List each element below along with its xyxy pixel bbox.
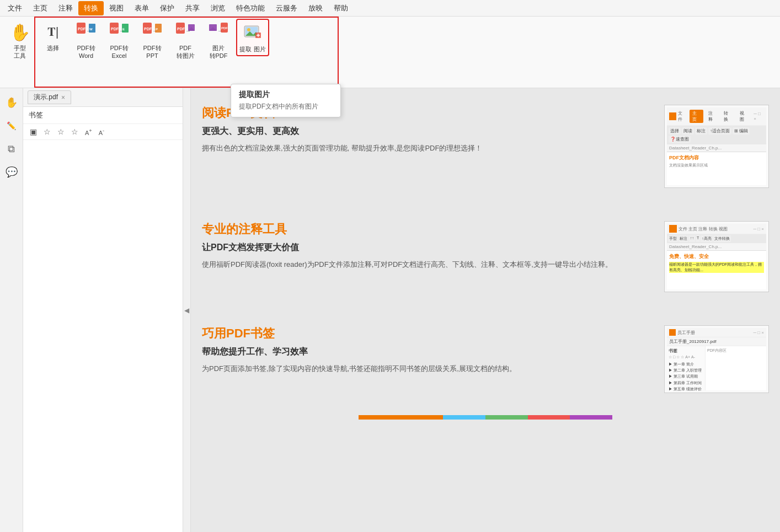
pdf-to-excel-label: PDF转Excel [110, 44, 129, 60]
menu-table[interactable]: 表单 [129, 1, 154, 15]
image-to-pdf-button[interactable]: → PDF 图片转PDF [203, 19, 234, 62]
pdf-to-ppt-button[interactable]: PDF → P PDF转PPT [137, 19, 168, 62]
pdf-to-word-icon: PDF → W [75, 21, 97, 43]
menu-slideshow[interactable]: 放映 [303, 1, 328, 15]
extract-images-icon [242, 22, 264, 44]
tooltip-title: 提取图片 [239, 90, 333, 100]
panel-collapse-btn[interactable]: ◀ [183, 88, 191, 532]
svg-point-27 [247, 28, 250, 31]
pdf-to-word-button[interactable]: PDF → W PDF转Word [71, 19, 101, 62]
thumb1-active-tab: 主页 [690, 110, 703, 123]
app-container: 文件 主页 注释 转换 视图 表单 保护 共享 浏览 特色功能 云服务 放映 帮… [0, 0, 780, 532]
section3-subtitle: 帮助您提升工作、学习效率 [202, 346, 653, 358]
hand-tool-button[interactable]: ✋ 手型工具 [4, 19, 35, 62]
bookmarks-panel: 演示.pdf × 书签 ▣ ☆ ☆ ☆ A+ A- [23, 88, 183, 532]
sidebar-edit-icon[interactable]: ✏️ [2, 116, 22, 136]
panel-tb-icon3[interactable]: ☆ [55, 126, 67, 137]
section3-title: 巧用PDF书签 [202, 325, 653, 342]
thumb2-body: 福昕阅读器是一款功能强大的PDF阅读和批注工具，拥有高亮、划线功能... [669, 262, 764, 273]
section2-thumb: 文件 主页 注释 转换 视图 ─ □ × 手型 标注 ↑↑ T ↑高亮 文件转换… [664, 221, 769, 292]
menu-cloud[interactable]: 云服务 [270, 1, 303, 15]
pdf-to-image-icon: PDF → [174, 21, 196, 43]
extract-images-button[interactable]: 提取 图片 [236, 19, 269, 56]
section2-body: 使用福昕PDF阅读器(foxit reader)为PDF文件添加注释,可对PDF… [202, 258, 653, 271]
menu-annotation[interactable]: 注释 [53, 1, 78, 15]
section1-subtitle: 更强大、更实用、更高效 [202, 126, 653, 137]
menu-special[interactable]: 特色功能 [231, 1, 270, 15]
panel-tab-bar: 演示.pdf × [23, 88, 183, 107]
pdf-to-excel-button[interactable]: PDF → E PDF转Excel [104, 19, 135, 62]
main-pdf-area[interactable]: 阅读PDF文档 更强大、更实用、更高效 拥有出色的文档渲染效果,强大的页面管理功… [191, 88, 780, 532]
menu-convert[interactable]: 转换 [78, 1, 104, 15]
pdf-to-image-label: PDF转图片 [177, 44, 195, 60]
menu-protect[interactable]: 保护 [154, 1, 180, 15]
section2-title: 专业的注释工具 [202, 221, 653, 238]
pdf-to-word-label: PDF转Word [77, 44, 95, 60]
pdf-to-excel-icon: PDF → E [108, 21, 130, 43]
select-icon: 𝐓| [42, 21, 64, 43]
thumb1-tab: Datasheet_Reader_Ch.p... [667, 144, 766, 152]
left-sidebar: ✋ ✏️ ⧉ 💬 [0, 88, 23, 532]
extract-images-tooltip: 提取图片 提取PDF文档中的所有图片 [231, 84, 341, 117]
menu-share[interactable]: 共享 [180, 1, 205, 15]
hand-tool-icon: ✋ [9, 21, 31, 43]
tooltip-desc: 提取PDF文档中的所有图片 [239, 102, 333, 111]
sidebar-copy-icon[interactable]: ⧉ [2, 139, 22, 159]
svg-text:PDF: PDF [177, 27, 185, 31]
section3-body: 为PDF页面添加书签,除了实现内容的快速导航,书签还能指明不同书签的层级关系,展… [202, 362, 653, 375]
svg-text:W: W [89, 28, 93, 31]
hand-tool-label: 手型工具 [14, 44, 26, 60]
image-to-pdf-icon: → PDF [207, 21, 229, 43]
panel-toolbar: ▣ ☆ ☆ ☆ A+ A- [23, 124, 183, 140]
bookmarks-label: 书签 [23, 107, 183, 124]
menu-help[interactable]: 帮助 [328, 1, 354, 15]
menu-view[interactable]: 视图 [104, 1, 129, 15]
panel-tb-icon1[interactable]: ▣ [28, 126, 39, 137]
sidebar-hand-icon[interactable]: ✋ [2, 93, 22, 112]
svg-text:PDF: PDF [78, 27, 86, 31]
pdf-section-2: 专业的注释工具 让PDF文档发挥更大价值 使用福昕PDF阅读器(foxit re… [202, 221, 769, 292]
pdf-to-ppt-icon: PDF → P [141, 21, 163, 43]
thumb3-tab: 员工手册_20120917.pdf [667, 337, 766, 346]
panel-body [23, 140, 183, 532]
svg-text:PDF: PDF [111, 27, 119, 31]
content-area: ✋ ✏️ ⧉ 💬 演示.pdf × 书签 ▣ ☆ ☆ ☆ A+ [0, 88, 780, 532]
section1-thumb: 文件 主页 注释 转换 视图 ─ □ × 选择 阅读 [664, 105, 769, 188]
toolbar-wrapper: ✋ 手型工具 𝐓| 选择 PDF → W [0, 17, 780, 88]
file-tab-close[interactable]: × [61, 94, 65, 101]
extract-images-label: 提取 图片 [239, 45, 265, 53]
menu-file[interactable]: 文件 [2, 1, 28, 15]
pdf-to-ppt-label: PDF转PPT [143, 44, 162, 60]
menubar: 文件 主页 注释 转换 视图 表单 保护 共享 浏览 特色功能 云服务 放映 帮… [0, 0, 780, 17]
image-to-pdf-label: 图片转PDF [210, 44, 228, 60]
select-button[interactable]: 𝐓| 选择 [38, 19, 68, 54]
pdf-content: 阅读PDF文档 更强大、更实用、更高效 拥有出色的文档渲染效果,强大的页面管理功… [191, 88, 780, 442]
svg-text:PDF: PDF [144, 27, 152, 31]
svg-text:PDF: PDF [221, 26, 228, 30]
svg-text:P: P [156, 28, 158, 31]
menu-home[interactable]: 主页 [28, 1, 53, 15]
section2-text: 专业的注释工具 让PDF文档发挥更大价值 使用福昕PDF阅读器(foxit re… [202, 221, 653, 271]
toolbar: ✋ 手型工具 𝐓| 选择 PDF → W [0, 17, 780, 88]
thumb2-tab: Datasheet_Reader_Ch.p... [667, 243, 766, 251]
file-tab-label: 演示.pdf [34, 93, 58, 102]
sidebar-comment-icon[interactable]: 💬 [2, 162, 22, 182]
select-label: 选择 [47, 44, 59, 52]
menu-browse[interactable]: 浏览 [205, 1, 231, 15]
thumb3-panel-title: 书签 [669, 348, 703, 354]
svg-text:E: E [122, 28, 125, 31]
panel-tb-icon4[interactable]: ☆ [69, 126, 81, 137]
pdf-section-3: 巧用PDF书签 帮助您提升工作、学习效率 为PDF页面添加书签,除了实现内容的快… [202, 325, 769, 393]
thumb2-highlight: 免费、快速、安全 [669, 253, 764, 260]
panel-tb-icon6[interactable]: A- [97, 127, 106, 137]
pdf-to-image-button[interactable]: PDF → PDF转图片 [170, 19, 201, 62]
section3-text: 巧用PDF书签 帮助您提升工作、学习效率 为PDF页面添加书签,除了实现内容的快… [202, 325, 653, 375]
section2-subtitle: 让PDF文档发挥更大价值 [202, 242, 653, 254]
section3-thumb: 员工手册 ─ □ × 员工手册_20120917.pdf 书签 ☆□☆☆A+A- [664, 325, 769, 393]
section1-body: 拥有出色的文档渲染效果,强大的页面管理功能, 帮助提升效率,是您阅读PDF的理想… [202, 142, 653, 154]
panel-tb-icon5[interactable]: A+ [83, 127, 94, 137]
panel-tb-icon2[interactable]: ☆ [41, 126, 53, 137]
